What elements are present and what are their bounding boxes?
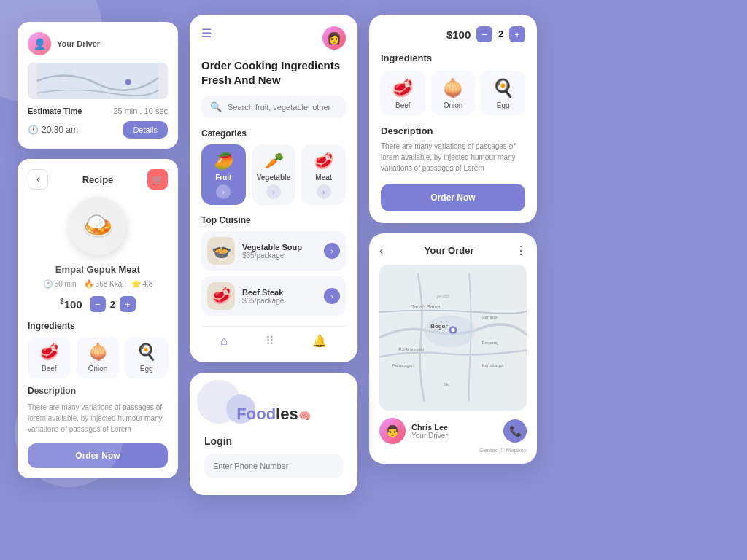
description-text: There are many variations of passages of… xyxy=(381,141,525,174)
svg-text:Tanah Sareal: Tanah Sareal xyxy=(411,304,442,309)
login-label: Login xyxy=(204,435,343,447)
nav-grid-icon[interactable]: ⠿ xyxy=(266,334,274,348)
price-qty-row: $100 − 2 + xyxy=(381,26,525,42)
map-roads-svg xyxy=(28,63,168,99)
categories-row: 🥭 Fruit › 🥕 Vegetable › 🥩 Meat › xyxy=(201,144,346,205)
cuisine-name: Vegetable Soup xyxy=(242,243,317,252)
order-title: Order Cooking Ingredients Fresh And New xyxy=(201,58,346,87)
phone-input[interactable] xyxy=(204,454,343,478)
ingredients-row: 🥩 Beef 🧅 Onion 🍳 Egg xyxy=(28,337,168,378)
more-options-icon[interactable]: ⋮ xyxy=(515,244,527,257)
cuisine-image-1: 🍲 xyxy=(207,237,235,265)
column-2: ☰ 👩 Order Cooking Ingredients Fresh And … xyxy=(190,15,357,495)
driver-row: 👨 Chris Lee Your Driver 📞 xyxy=(379,418,527,444)
order-now-button[interactable]: Order Now xyxy=(381,184,525,211)
list-item: 🥩 Beef xyxy=(28,337,71,378)
bg-decoration-3 xyxy=(22,219,109,306)
category-arrow: › xyxy=(266,184,281,199)
cuisine-arrow[interactable]: › xyxy=(324,243,340,259)
beef-icon: 🥩 xyxy=(392,78,414,98)
cart-button[interactable]: 🛒 xyxy=(147,169,168,190)
list-item[interactable]: 🍲 Vegetable Soup $35/package › xyxy=(201,231,346,271)
recipe-header: ‹ Recipe 🛒 xyxy=(28,169,168,190)
qty-increase-button[interactable]: + xyxy=(120,296,136,312)
list-item: 🧅 Onion xyxy=(431,71,476,115)
mapbox-credit: Genteq © Mapbox xyxy=(379,447,527,454)
ingredient-name: Egg xyxy=(497,101,510,109)
driver-role: Your Driver xyxy=(411,432,498,440)
list-item[interactable]: 🥩 Beef Steak $65/package › xyxy=(201,276,346,316)
nav-bell-icon[interactable]: 🔔 xyxy=(312,334,327,348)
svg-text:Kertakarpa: Kertakarpa xyxy=(482,362,505,368)
back-button[interactable]: ‹ xyxy=(28,169,48,190)
qty-display: 2 xyxy=(110,299,115,310)
ingredients-title: Ingredients xyxy=(381,52,525,63)
details-button[interactable]: Details xyxy=(123,121,168,139)
login-card: Foodles🧠 Login xyxy=(190,373,357,495)
nav-home-icon[interactable]: ⌂ xyxy=(220,335,228,348)
beef-icon: 🥩 xyxy=(39,343,59,362)
column-3: $100 − 2 + Ingredients 🥩 Beef 🧅 Onion xyxy=(369,15,537,464)
estimate-row: Estimate Time 25 min . 10 sec xyxy=(28,106,168,115)
call-driver-button[interactable]: 📞 xyxy=(503,419,527,443)
category-fruit[interactable]: 🥭 Fruit › xyxy=(201,144,246,205)
search-bar[interactable]: 🔍 xyxy=(201,96,346,118)
category-name: Meat xyxy=(315,174,332,182)
fruit-icon: 🥭 xyxy=(214,152,233,171)
your-order-card: ‹ Your Order ⋮ Tanah Sareal Bo xyxy=(369,233,537,464)
driver-info: Chris Lee Your Driver xyxy=(411,423,498,440)
back-button[interactable]: ‹ xyxy=(379,244,383,257)
onion-icon: 🧅 xyxy=(442,78,464,98)
order-card-header: ☰ 👩 xyxy=(201,26,346,50)
qty-decrease-button[interactable]: − xyxy=(476,26,492,42)
qty-display: 2 xyxy=(495,29,506,39)
list-item: 🍳 Egg xyxy=(481,71,525,115)
cuisine-name: Beef Steak xyxy=(242,288,317,297)
qty-increase-button[interactable]: + xyxy=(509,26,525,42)
bottom-nav: ⌂ ⠿ 🔔 xyxy=(201,326,346,351)
svg-text:RS Marzoeki: RS Marzoeki xyxy=(398,346,424,351)
description-title: Description xyxy=(381,125,525,136)
ingredient-name: Beef xyxy=(395,101,411,109)
list-item: 🧅 Onion xyxy=(77,337,120,378)
ingredient-name: Onion xyxy=(444,101,463,109)
qty-decrease-button[interactable]: − xyxy=(90,296,106,312)
svg-text:Bogor: Bogor xyxy=(430,323,447,330)
menu-icon[interactable]: ☰ xyxy=(201,26,212,40)
egg-icon: 🍳 xyxy=(492,78,514,98)
cuisine-arrow[interactable]: › xyxy=(324,288,340,304)
svg-text:Sentpur: Sentpur xyxy=(482,314,498,319)
category-vegetable[interactable]: 🥕 Vegetable › xyxy=(252,144,296,205)
quantity-control: − 2 + xyxy=(476,26,525,42)
list-item: 🍳 Egg xyxy=(125,337,168,378)
svg-point-1 xyxy=(125,79,131,85)
cuisine-image-2: 🥩 xyxy=(207,282,235,310)
cuisine-price: $35/package xyxy=(242,252,317,260)
search-input[interactable] xyxy=(228,103,337,112)
your-order-header: ‹ Your Order ⋮ xyxy=(379,244,527,257)
ingredients-row: 🥩 Beef 🧅 Onion 🍳 Egg xyxy=(381,71,525,115)
app-logo: Foodles🧠 xyxy=(204,405,343,424)
driver-avatar: 👨 xyxy=(379,418,406,444)
cuisine-info-2: Beef Steak $65/package xyxy=(242,288,317,305)
user-avatar: 👩 xyxy=(322,26,346,50)
svg-text:Pariaragari: Pariaragari xyxy=(392,362,414,368)
category-meat[interactable]: 🥩 Meat › xyxy=(301,144,346,205)
svg-rect-0 xyxy=(37,63,159,99)
driver-name: Chris Lee xyxy=(411,423,498,432)
mini-map xyxy=(28,63,168,99)
time-value: 🕐 20.30 am xyxy=(28,125,78,135)
quantity-control: − 2 + xyxy=(90,296,136,312)
categories-title: Categories xyxy=(201,128,346,139)
cuisine-info-1: Vegetable Soup $35/package xyxy=(242,243,317,260)
svg-point-14 xyxy=(451,328,454,332)
order-cooking-card: ☰ 👩 Order Cooking Ingredients Fresh And … xyxy=(190,15,357,362)
cuisine-list: 🍲 Vegetable Soup $35/package › 🥩 Beef St… xyxy=(201,231,346,316)
star-icon: ⭐ xyxy=(131,279,142,289)
ingredient-name: Onion xyxy=(88,365,108,373)
svg-text:Ski: Ski xyxy=(444,381,450,386)
vegetable-icon: 🥕 xyxy=(264,152,284,171)
list-item: 🥩 Beef xyxy=(381,71,425,115)
price-display: $100 xyxy=(446,28,471,41)
map-svg: Tanah Sareal Bogor RS Marzoeki Pariaraga… xyxy=(379,265,527,411)
